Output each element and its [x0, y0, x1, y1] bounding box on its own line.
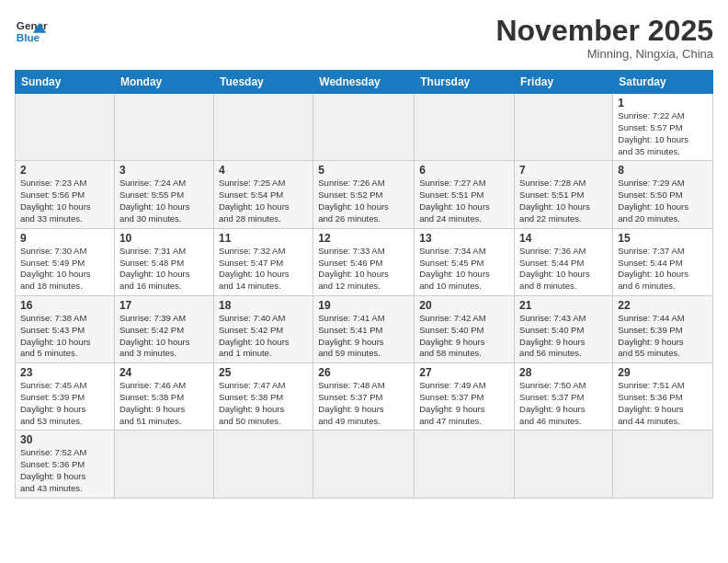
header-friday: Friday — [515, 71, 613, 94]
page: General Blue November 2025 Minning, Ning… — [0, 0, 728, 563]
day-info: Sunrise: 7:42 AMSunset: 5:40 PMDaylight:… — [419, 313, 509, 360]
day-info: Sunrise: 7:31 AMSunset: 5:48 PMDaylight:… — [119, 246, 209, 293]
day-number: 6 — [419, 164, 509, 177]
day-number: 4 — [219, 164, 308, 177]
day-number: 29 — [618, 366, 708, 379]
calendar-cell — [114, 94, 213, 161]
calendar-cell: 11Sunrise: 7:32 AMSunset: 5:47 PMDayligh… — [213, 228, 313, 295]
day-info: Sunrise: 7:43 AMSunset: 5:40 PMDaylight:… — [519, 313, 608, 360]
calendar-cell — [213, 94, 313, 161]
day-info: Sunrise: 7:40 AMSunset: 5:42 PMDaylight:… — [219, 313, 308, 360]
calendar-cell — [16, 94, 115, 161]
calendar-cell: 25Sunrise: 7:47 AMSunset: 5:38 PMDayligh… — [213, 363, 313, 431]
day-number: 21 — [519, 299, 608, 312]
calendar-week-row: 30Sunrise: 7:52 AMSunset: 5:36 PMDayligh… — [16, 431, 713, 498]
logo: General Blue — [15, 15, 48, 48]
header-wednesday: Wednesday — [313, 71, 415, 94]
calendar-cell: 29Sunrise: 7:51 AMSunset: 5:36 PMDayligh… — [613, 363, 713, 431]
calendar-cell — [515, 431, 613, 498]
calendar-cell: 1Sunrise: 7:22 AMSunset: 5:57 PMDaylight… — [613, 94, 713, 161]
day-number: 13 — [419, 232, 509, 245]
day-info: Sunrise: 7:52 AMSunset: 5:36 PMDaylight:… — [20, 447, 109, 494]
calendar-cell: 23Sunrise: 7:45 AMSunset: 5:39 PMDayligh… — [16, 363, 115, 431]
day-info: Sunrise: 7:38 AMSunset: 5:43 PMDaylight:… — [20, 313, 109, 360]
day-number: 16 — [20, 299, 109, 312]
day-number: 11 — [219, 232, 308, 245]
day-number: 17 — [119, 299, 209, 312]
calendar-cell: 2Sunrise: 7:23 AMSunset: 5:56 PMDaylight… — [16, 161, 115, 228]
calendar-week-row: 23Sunrise: 7:45 AMSunset: 5:39 PMDayligh… — [16, 363, 713, 431]
day-number: 8 — [618, 164, 708, 177]
day-number: 7 — [519, 164, 608, 177]
calendar-cell: 12Sunrise: 7:33 AMSunset: 5:46 PMDayligh… — [313, 228, 415, 295]
day-info: Sunrise: 7:49 AMSunset: 5:37 PMDaylight:… — [419, 380, 509, 427]
day-number: 9 — [20, 232, 109, 245]
header-monday: Monday — [114, 71, 213, 94]
day-number: 30 — [20, 433, 109, 446]
day-number: 19 — [318, 299, 409, 312]
calendar-cell — [415, 94, 515, 161]
day-info: Sunrise: 7:27 AMSunset: 5:51 PMDaylight:… — [419, 178, 509, 224]
calendar-cell: 6Sunrise: 7:27 AMSunset: 5:51 PMDaylight… — [415, 161, 515, 228]
calendar-cell — [313, 94, 415, 161]
calendar-week-row: 2Sunrise: 7:23 AMSunset: 5:56 PMDaylight… — [16, 161, 713, 228]
calendar-cell: 26Sunrise: 7:48 AMSunset: 5:37 PMDayligh… — [313, 363, 415, 431]
day-info: Sunrise: 7:28 AMSunset: 5:51 PMDaylight:… — [519, 178, 608, 224]
header-sunday: Sunday — [16, 71, 115, 94]
calendar-cell — [415, 431, 515, 498]
day-number: 10 — [119, 232, 209, 245]
calendar-cell: 19Sunrise: 7:41 AMSunset: 5:41 PMDayligh… — [313, 295, 415, 362]
header-thursday: Thursday — [415, 71, 515, 94]
calendar-cell: 22Sunrise: 7:44 AMSunset: 5:39 PMDayligh… — [613, 295, 713, 362]
day-number: 2 — [20, 164, 109, 177]
subtitle: Minning, Ningxia, China — [495, 47, 713, 61]
day-info: Sunrise: 7:48 AMSunset: 5:37 PMDaylight:… — [318, 380, 409, 427]
calendar-week-row: 16Sunrise: 7:38 AMSunset: 5:43 PMDayligh… — [16, 295, 713, 362]
day-info: Sunrise: 7:41 AMSunset: 5:41 PMDaylight:… — [318, 313, 409, 360]
calendar-cell — [313, 431, 415, 498]
calendar-week-row: 9Sunrise: 7:30 AMSunset: 5:49 PMDaylight… — [16, 228, 713, 295]
day-info: Sunrise: 7:34 AMSunset: 5:45 PMDaylight:… — [419, 246, 509, 293]
day-number: 23 — [20, 366, 109, 379]
calendar-cell: 15Sunrise: 7:37 AMSunset: 5:44 PMDayligh… — [613, 228, 713, 295]
day-info: Sunrise: 7:23 AMSunset: 5:56 PMDaylight:… — [20, 178, 109, 224]
day-info: Sunrise: 7:33 AMSunset: 5:46 PMDaylight:… — [318, 246, 409, 293]
calendar-cell: 7Sunrise: 7:28 AMSunset: 5:51 PMDaylight… — [515, 161, 613, 228]
calendar-cell — [114, 431, 213, 498]
day-info: Sunrise: 7:37 AMSunset: 5:44 PMDaylight:… — [618, 246, 708, 293]
day-info: Sunrise: 7:30 AMSunset: 5:49 PMDaylight:… — [20, 246, 109, 293]
day-info: Sunrise: 7:46 AMSunset: 5:38 PMDaylight:… — [119, 380, 209, 427]
day-number: 3 — [119, 164, 209, 177]
calendar-cell: 27Sunrise: 7:49 AMSunset: 5:37 PMDayligh… — [415, 363, 515, 431]
header-tuesday: Tuesday — [213, 71, 313, 94]
day-number: 27 — [419, 366, 509, 379]
calendar-cell: 9Sunrise: 7:30 AMSunset: 5:49 PMDaylight… — [16, 228, 115, 295]
calendar-cell: 24Sunrise: 7:46 AMSunset: 5:38 PMDayligh… — [114, 363, 213, 431]
day-number: 24 — [119, 366, 209, 379]
day-info: Sunrise: 7:51 AMSunset: 5:36 PMDaylight:… — [618, 380, 708, 427]
day-info: Sunrise: 7:50 AMSunset: 5:37 PMDaylight:… — [519, 380, 608, 427]
weekday-header-row: Sunday Monday Tuesday Wednesday Thursday… — [16, 71, 713, 94]
day-number: 22 — [618, 299, 708, 312]
calendar-cell — [213, 431, 313, 498]
calendar-cell: 17Sunrise: 7:39 AMSunset: 5:42 PMDayligh… — [114, 295, 213, 362]
calendar-cell: 8Sunrise: 7:29 AMSunset: 5:50 PMDaylight… — [613, 161, 713, 228]
day-info: Sunrise: 7:36 AMSunset: 5:44 PMDaylight:… — [519, 246, 608, 293]
day-info: Sunrise: 7:44 AMSunset: 5:39 PMDaylight:… — [618, 313, 708, 360]
calendar-cell: 13Sunrise: 7:34 AMSunset: 5:45 PMDayligh… — [415, 228, 515, 295]
logo-icon: General Blue — [15, 15, 48, 48]
day-number: 26 — [318, 366, 409, 379]
calendar-cell — [515, 94, 613, 161]
calendar-cell: 14Sunrise: 7:36 AMSunset: 5:44 PMDayligh… — [515, 228, 613, 295]
calendar-cell: 4Sunrise: 7:25 AMSunset: 5:54 PMDaylight… — [213, 161, 313, 228]
calendar-cell: 30Sunrise: 7:52 AMSunset: 5:36 PMDayligh… — [16, 431, 115, 498]
header-saturday: Saturday — [613, 71, 713, 94]
day-info: Sunrise: 7:26 AMSunset: 5:52 PMDaylight:… — [318, 178, 409, 224]
day-info: Sunrise: 7:22 AMSunset: 5:57 PMDaylight:… — [618, 110, 708, 157]
calendar-cell: 28Sunrise: 7:50 AMSunset: 5:37 PMDayligh… — [515, 363, 613, 431]
calendar-week-row: 1Sunrise: 7:22 AMSunset: 5:57 PMDaylight… — [16, 94, 713, 161]
calendar-table: Sunday Monday Tuesday Wednesday Thursday… — [15, 70, 713, 499]
day-number: 20 — [419, 299, 509, 312]
day-info: Sunrise: 7:24 AMSunset: 5:55 PMDaylight:… — [119, 178, 209, 224]
calendar-cell: 10Sunrise: 7:31 AMSunset: 5:48 PMDayligh… — [114, 228, 213, 295]
